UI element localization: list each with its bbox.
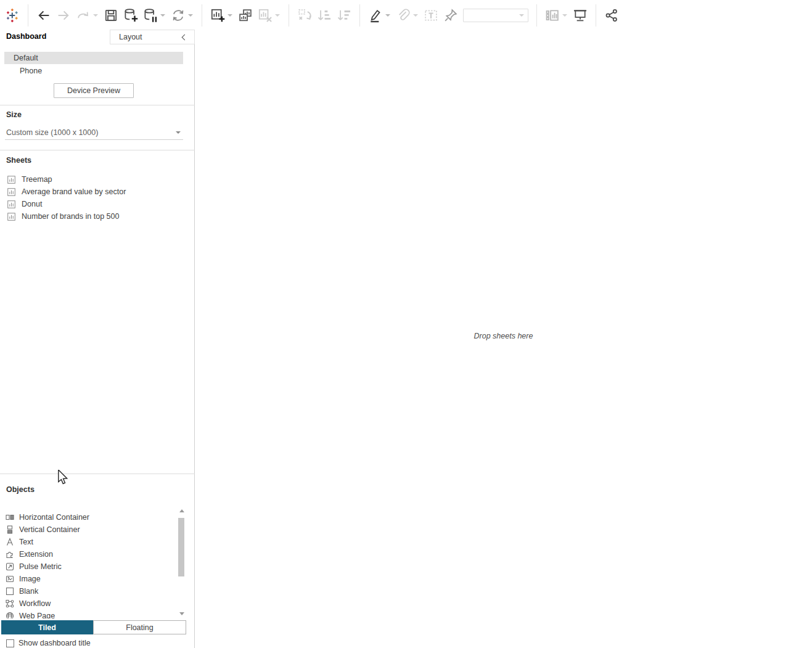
object-item-text[interactable]: Text — [0, 536, 176, 548]
worksheet-icon — [7, 213, 15, 221]
toolbar-separator — [596, 4, 596, 27]
object-item-vertical-container[interactable]: Vertical Container — [0, 523, 176, 536]
toolbar-separator — [202, 4, 202, 27]
worksheet-icon — [7, 188, 15, 196]
sort-ascending-icon — [314, 4, 334, 27]
size-dropdown-value: Custom size (1000 x 1000) — [6, 128, 98, 137]
show-hide-cards-icon — [543, 4, 562, 27]
worksheet-icon — [7, 200, 15, 208]
objects-list: Horizontal Container Vertical Container … — [0, 511, 176, 618]
text-icon — [5, 538, 14, 546]
object-item-label: Text — [19, 538, 33, 546]
tiled-button[interactable]: Tiled — [1, 620, 93, 634]
size-dropdown-caret[interactable] — [176, 131, 181, 134]
duplicate-sheet-icon[interactable] — [236, 4, 255, 27]
sort-descending-icon — [334, 4, 354, 27]
refresh-dropdown-caret[interactable] — [188, 14, 193, 17]
toolbar-separator — [536, 4, 537, 27]
sheet-item-donut[interactable]: Donut — [0, 198, 173, 210]
layout-mode-toggle: Tiled Floating — [1, 620, 186, 634]
sheets-section-label: Sheets — [6, 156, 31, 165]
toolbar-separator — [289, 4, 289, 27]
object-item-pulse-metric[interactable]: Pulse Metric — [0, 560, 176, 573]
extension-icon — [5, 550, 14, 559]
objects-scrollbar[interactable] — [178, 508, 186, 617]
add-data-source-icon[interactable] — [121, 4, 141, 27]
forward-icon[interactable] — [54, 4, 73, 27]
fix-axes-icon — [441, 4, 461, 27]
divider — [0, 474, 195, 474]
refresh-data-source-icon[interactable] — [168, 4, 188, 27]
object-item-workflow[interactable]: Workflow — [0, 597, 176, 610]
sheet-item-label: Average brand value by sector — [22, 187, 126, 196]
scroll-up-icon[interactable] — [179, 509, 184, 512]
pulse-metric-icon — [5, 562, 14, 571]
sheet-item-number-of-brands[interactable]: Number of brands in top 500 — [0, 210, 173, 223]
object-item-web-page[interactable]: Web Page — [0, 610, 176, 618]
blank-icon — [5, 587, 14, 596]
back-icon[interactable] — [34, 4, 54, 27]
sheet-item-treemap[interactable]: Treemap — [0, 173, 173, 186]
fit-selector-caret[interactable] — [519, 14, 524, 17]
highlight-icon[interactable] — [366, 4, 385, 27]
tiled-label: Tiled — [38, 623, 56, 632]
share-workbook-icon[interactable] — [602, 4, 621, 27]
mouse-cursor-icon — [57, 470, 68, 488]
pause-dropdown-caret[interactable] — [160, 14, 165, 17]
sheet-item-average-brand-value[interactable]: Average brand value by sector — [0, 186, 173, 198]
size-dropdown[interactable]: Custom size (1000 x 1000) — [6, 126, 183, 139]
save-icon[interactable] — [101, 4, 121, 27]
vertical-container-icon — [5, 525, 14, 534]
group-members-icon — [393, 4, 413, 27]
object-item-blank[interactable]: Blank — [0, 585, 176, 597]
dashboard-panel: Dashboard Layout Default Phone Device Pr… — [0, 30, 195, 648]
object-item-label: Web Page — [19, 612, 55, 618]
object-item-image[interactable]: Image — [0, 573, 176, 585]
divider — [0, 150, 195, 150]
web-page-icon — [5, 612, 14, 618]
scroll-down-icon[interactable] — [179, 612, 184, 615]
object-item-label: Horizontal Container — [19, 513, 89, 522]
clear-sheet-icon — [255, 4, 275, 27]
tableau-logo — [2, 4, 22, 27]
drop-sheets-hint: Drop sheets here — [195, 332, 812, 340]
device-preview-label: Device Preview — [67, 86, 120, 95]
object-item-label: Pulse Metric — [19, 562, 62, 571]
device-item-phone[interactable]: Phone — [4, 65, 183, 77]
divider — [0, 105, 195, 105]
show-dashboard-title-checkbox[interactable] — [6, 639, 14, 647]
device-item-label: Default — [14, 54, 38, 62]
toolbar — [0, 0, 812, 30]
object-item-horizontal-container[interactable]: Horizontal Container — [0, 511, 176, 523]
redo-dropdown-caret[interactable] — [93, 14, 98, 17]
device-item-label: Phone — [20, 67, 42, 75]
object-item-label: Blank — [19, 587, 38, 596]
highlight-dropdown-caret[interactable] — [385, 14, 390, 17]
collapse-panel-icon[interactable] — [182, 34, 188, 40]
fit-selector[interactable] — [463, 9, 528, 22]
object-item-label: Image — [19, 575, 41, 583]
toolbar-separator — [28, 4, 28, 27]
floating-button[interactable]: Floating — [93, 620, 186, 634]
tab-layout[interactable]: Layout — [110, 30, 195, 44]
device-item-default[interactable]: Default — [4, 52, 183, 64]
new-worksheet-icon[interactable] — [208, 4, 228, 27]
tab-dashboard[interactable]: Dashboard — [6, 32, 46, 41]
object-item-label: Workflow — [19, 599, 51, 608]
swap-rows-and-columns-icon — [295, 4, 314, 27]
presentation-mode-icon[interactable] — [570, 4, 590, 27]
new-worksheet-dropdown-caret[interactable] — [228, 14, 232, 17]
sheet-item-label: Treemap — [22, 175, 52, 184]
workflow-icon — [5, 599, 14, 608]
show-dashboard-title-option[interactable]: Show dashboard title — [6, 639, 91, 647]
objects-section-label: Objects — [6, 485, 35, 494]
divider — [5, 139, 183, 140]
object-item-extension[interactable]: Extension — [0, 548, 176, 560]
size-section-label: Size — [6, 110, 22, 119]
sheet-item-label: Number of brands in top 500 — [22, 212, 119, 221]
redo-icon[interactable] — [73, 4, 93, 27]
pause-auto-updates-icon[interactable] — [141, 4, 160, 27]
scrollbar-thumb[interactable] — [178, 518, 184, 576]
device-preview-button[interactable]: Device Preview — [54, 83, 134, 98]
floating-label: Floating — [126, 623, 153, 632]
